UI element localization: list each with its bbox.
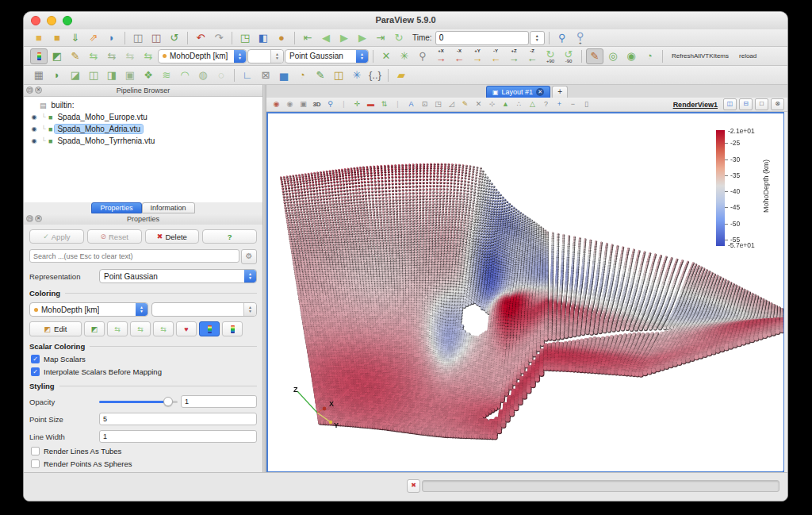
next-frame-icon[interactable]: ▶ [354,30,371,46]
save-state-icon[interactable]: ⇓ [67,30,84,46]
zoom-camera-icon[interactable]: ⚲ [553,30,571,46]
slice-icon[interactable]: ◫ [85,67,102,83]
rotate-90-ccw-icon[interactable]: ↺-90 [560,48,577,64]
previous-frame-icon[interactable]: ◀ [317,30,335,46]
rescale-data-range-icon[interactable]: ✎ [67,48,84,64]
favorites-button[interactable]: ♥ [176,321,197,336]
save-data-icon[interactable]: ■ [48,30,66,46]
histogram-icon[interactable]: ▅ [275,67,293,83]
render-view-title[interactable]: RenderView1 [673,101,718,109]
split-vertical-icon[interactable]: ⊟ [739,98,753,110]
abort-progress-button[interactable]: ✖ [407,479,420,493]
probe-icon[interactable]: ◌ [213,67,230,83]
stream-tracer-icon[interactable]: ◍ [194,67,212,83]
glyph-sphere-icon[interactable]: ◗ [48,67,66,83]
3d-scene[interactable] [268,113,783,471]
glyph-source-red-icon[interactable]: ◫ [147,30,165,46]
delete-button[interactable]: ✖ Delete [145,229,200,244]
hover-points-icon[interactable]: ⊹ [485,98,499,110]
add-layout-button[interactable]: + [552,86,568,98]
rescale-temporal-icon[interactable]: ⇆ [103,48,121,64]
color-array-select[interactable]: MohoDepth [km] ▲▼ [29,302,148,317]
reset-session-icon[interactable]: ↺ [166,30,183,46]
opacity-slider-handle[interactable] [163,397,173,406]
interaction-mode-icon[interactable]: ✎ [586,48,603,64]
component-combo[interactable]: ▲▼ [247,49,284,63]
hover-cells-icon[interactable]: ∴ [512,98,526,110]
query-select-icon[interactable]: ? [539,98,553,110]
temporal-interpolator-icon[interactable]: ✳ [348,67,366,83]
sep2[interactable]: | [391,98,404,110]
palette-icon[interactable]: ● [273,30,290,46]
set-view-plus-x-icon[interactable]: +X→ [432,48,450,64]
point-size-input[interactable] [99,413,257,425]
calculator-icon[interactable]: ▦ [30,67,48,83]
zoom-closest-icon[interactable]: ✳ [396,48,413,64]
time-stepper[interactable]: ▲▼ [530,31,545,45]
open-file-icon[interactable]: ■ [30,30,48,46]
set-view-minus-z-icon[interactable]: -Z← [523,48,541,64]
select-cells-on-icon[interactable]: A [404,98,418,110]
select-polygon-icon[interactable]: ◿ [445,98,458,110]
representation-select[interactable]: Point Gaussian ▲▼ [99,269,257,283]
edit-color-map-icon[interactable]: ◩ [48,48,66,64]
play-icon[interactable]: ▶ [335,30,353,46]
pipeline-root-item[interactable]: ▤builtin: [29,99,262,111]
save-screenshot-icon[interactable]: ◉ [270,98,283,110]
rescale-to-custom-range-button[interactable]: ⇆ [130,321,151,336]
render-points-as-spheres-checkbox[interactable] [31,459,40,468]
glyph-filter-icon[interactable]: ❖ [140,67,157,83]
loop-icon[interactable]: ↻ [390,30,408,46]
rescale-to-visible-range-button[interactable]: ⇆ [153,321,174,336]
pipeline-item[interactable]: ◉└■Spada_Moho_Europe.vtu [29,111,262,123]
time-input[interactable] [435,31,529,45]
remove-annotation-icon[interactable]: − [566,98,580,110]
plot-data-icon[interactable]: ∟ [239,67,256,83]
set-view-plus-y-icon[interactable]: +Y→ [469,48,486,64]
toggle-3d-icon[interactable]: 3D [310,98,324,110]
close-view-icon[interactable]: ⊗ [771,98,784,110]
add-point-icon[interactable]: ✛ [350,98,364,110]
dock-close-icon[interactable]: ✕ [35,215,42,222]
apply-button[interactable]: ✓ Apply [29,229,84,244]
reset-button[interactable]: ⊘ Reset [87,229,142,244]
glyph-source-icon[interactable]: ◫ [129,30,147,46]
auto-apply-icon[interactable]: ⇗ [85,30,102,46]
last-frame-icon[interactable]: ⇥ [372,30,389,46]
refresh-all-vtk-items-button[interactable]: RefreshAllVTKItems [672,52,729,60]
ruler-icon[interactable]: ▰ [393,67,410,83]
tab-properties[interactable]: Properties [91,202,141,213]
show-color-legend-button[interactable] [199,321,220,336]
warp-icon[interactable]: ◠ [176,67,193,83]
contour-icon[interactable]: ≋ [158,67,175,83]
extract-subset-icon[interactable]: ▣ [121,67,139,83]
python-calculator-icon[interactable]: {..} [366,67,384,83]
color-array-combo[interactable]: MohoDepth [km]▲▼ [158,49,247,63]
add-annotation-icon[interactable]: + [553,98,566,110]
tab-information[interactable]: Information [142,202,195,213]
fill-color-icon[interactable]: ◧ [255,30,272,46]
set-view-minus-y-icon[interactable]: -Y← [487,48,504,64]
edit-color-map-button[interactable]: ◩ Edit [29,321,82,336]
select-cells-poly-icon[interactable]: ▲ [499,98,512,110]
zoom-to-data-icon[interactable]: ✕ [377,48,395,64]
select-points-on-icon[interactable]: ⊡ [418,98,431,110]
remove-point-icon[interactable]: ▬ [364,98,377,110]
capture-animation-icon[interactable]: ◉ [283,98,297,110]
threshold-icon[interactable]: ◨ [103,67,121,83]
split-horizontal-icon[interactable]: ◫ [723,98,737,110]
dock-float-icon[interactable]: ◳ [26,86,33,94]
rescale-all-icon[interactable]: ⇆ [140,48,157,64]
render-view[interactable]: -2.1e+01 -5.7e+01 -25-30-35-40-45-50-55 … [266,112,784,473]
reload-button[interactable]: reload [739,52,756,60]
plot-over-line-icon[interactable]: ✎ [312,67,329,83]
plot-selection-icon[interactable]: ◫ [330,67,347,83]
representation-combo[interactable]: Point Gaussian▲▼ [285,49,369,63]
interactive-select-icon[interactable]: ✕ [472,98,485,110]
first-frame-icon[interactable]: ⇤ [299,30,316,46]
rotate-90-cw-icon[interactable]: ↻+90 [542,48,559,64]
close-layout-icon[interactable]: ✕ [536,88,544,96]
reset-center-icon[interactable]: ◉ [622,48,640,64]
search-input[interactable] [29,249,239,263]
rescale-visible-icon[interactable]: ⇆ [121,48,139,64]
